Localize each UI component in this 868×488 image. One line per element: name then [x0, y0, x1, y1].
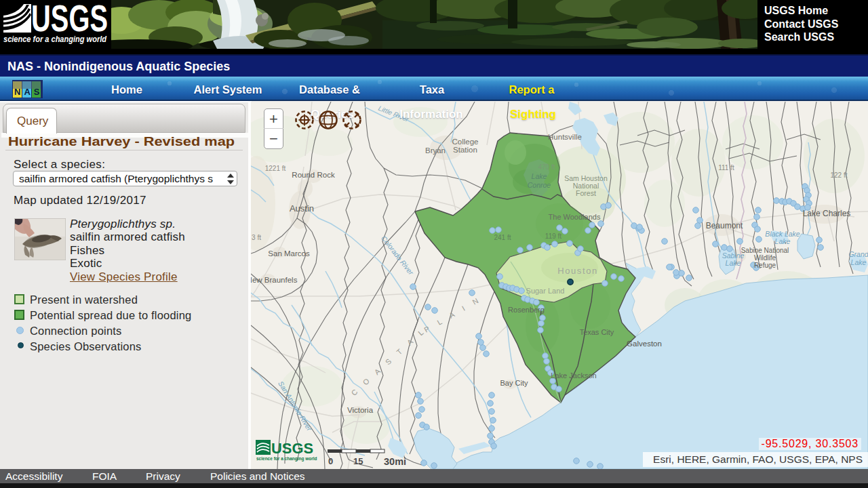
svg-text:USGS: USGS [31, 1, 108, 35]
svg-text:Texas City: Texas City [580, 328, 614, 336]
svg-text:3 ft: 3 ft [252, 234, 261, 241]
svg-text:College: College [452, 138, 479, 146]
svg-text:Lake: Lake [851, 258, 867, 266]
svg-text:Victoria: Victoria [347, 406, 374, 414]
svg-text:Round Rock: Round Rock [292, 171, 335, 179]
svg-text:Sugar Land: Sugar Land [526, 287, 565, 295]
svg-text:New Braunfels: New Braunfels [251, 276, 298, 284]
svg-text:Lake: Lake [532, 172, 547, 180]
svg-text:Beaumont: Beaumont [706, 221, 743, 230]
svg-text:119 ft: 119 ft [545, 232, 561, 240]
svg-text:30mi: 30mi [384, 456, 406, 467]
svg-text:Station: Station [453, 146, 477, 154]
svg-text:Refuge: Refuge [754, 262, 776, 269]
svg-text:Austin: Austin [290, 203, 314, 214]
svg-text:Conroe: Conroe [528, 181, 551, 189]
svg-text:Galveston: Galveston [627, 340, 662, 348]
svg-text:Lake: Lake [775, 237, 791, 245]
svg-text:1221 ft: 1221 ft [265, 165, 286, 172]
svg-text:111 ft: 111 ft [718, 164, 734, 171]
svg-text:Wildlife: Wildlife [754, 254, 776, 262]
svg-text:15: 15 [353, 456, 363, 466]
svg-text:Forest: Forest [576, 189, 596, 197]
svg-text:Sabine National: Sabine National [741, 247, 789, 254]
svg-text:0: 0 [328, 456, 333, 466]
svg-text:USGS: USGS [271, 440, 313, 457]
svg-text:Houston: Houston [557, 266, 598, 276]
svg-text:Rosenberg: Rosenberg [508, 306, 545, 314]
svg-text:Bay City: Bay City [500, 379, 528, 387]
svg-text:science for a changing world: science for a changing world [3, 34, 107, 44]
svg-text:Grand: Grand [848, 250, 868, 258]
svg-text:470 ft: 470 ft [538, 163, 555, 171]
svg-text:241 ft: 241 ft [494, 234, 511, 241]
svg-text:122 ft: 122 ft [830, 171, 847, 179]
svg-text:Lake Charles: Lake Charles [803, 209, 851, 218]
svg-text:Lake Jackson: Lake Jackson [551, 371, 596, 380]
svg-text:science for a changing world: science for a changing world [256, 456, 317, 462]
svg-text:Lake: Lake [726, 259, 741, 267]
svg-text:Huntsville: Huntsville [548, 133, 582, 141]
svg-text:San Marcos: San Marcos [268, 249, 310, 258]
svg-text:Bryan: Bryan [425, 146, 446, 155]
svg-text:The Woodlands: The Woodlands [549, 213, 601, 221]
